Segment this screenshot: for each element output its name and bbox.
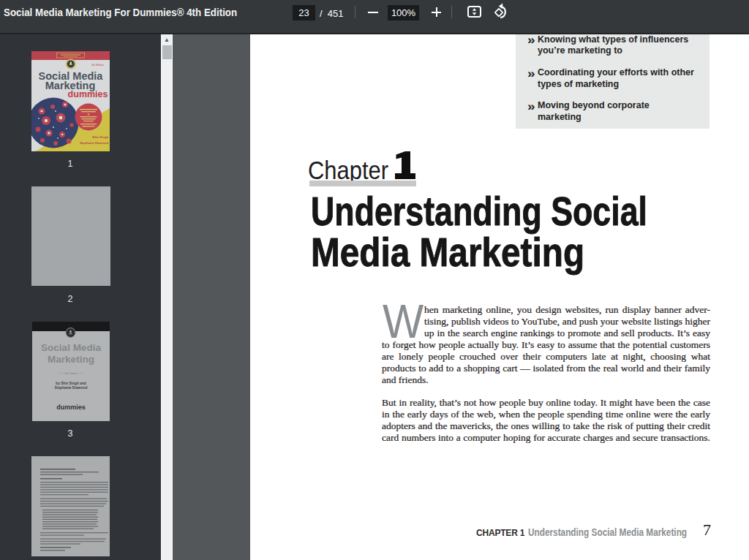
svg-text:by Shiv Singh and: by Shiv Singh and [56, 382, 86, 385]
svg-text:4th Edition: 4th Edition [91, 64, 104, 67]
svg-text:Stephanie Diamond: Stephanie Diamond [80, 141, 109, 145]
svg-text:Shiv Singh: Shiv Singh [92, 135, 108, 139]
svg-text:Social Media: Social Media [41, 342, 101, 353]
svg-text:dummies: dummies [56, 404, 86, 411]
svg-text:dummies: dummies [68, 89, 108, 99]
svg-text:Stephanie Diamond: Stephanie Diamond [55, 386, 88, 390]
svg-text:Marketing: Marketing [48, 354, 94, 365]
svg-text:─── 4th edition ───: ─── 4th edition ─── [57, 372, 84, 375]
